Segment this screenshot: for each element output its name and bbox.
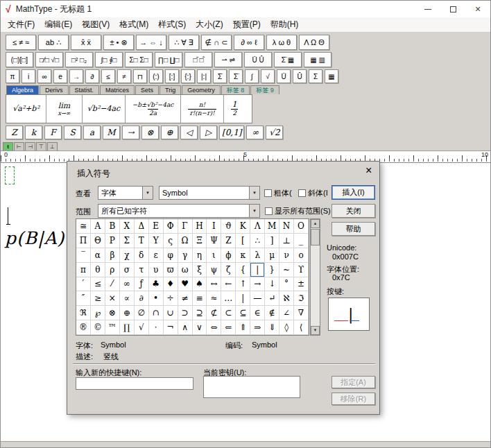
tab-strip-tab[interactable]: ⊥ (47, 142, 58, 150)
chevron-down-icon[interactable]: ▼ (249, 187, 259, 199)
template-limit[interactable]: lim x→∞ (46, 95, 83, 123)
insert-button[interactable]: 插入(I) (331, 185, 375, 200)
symbol-cell[interactable]: ∅ (135, 306, 149, 320)
range-combo[interactable]: 所有已知字符 ▼ (98, 204, 260, 218)
symbol-cell[interactable]: ∈ (250, 306, 265, 320)
menu-item[interactable]: 视图(V) (77, 17, 114, 32)
symbol-palette-button[interactable]: ab ∴ (38, 35, 69, 50)
font-name-combo[interactable]: Symbol ▼ (159, 186, 260, 200)
symbol-cell[interactable]: ≥ (91, 291, 105, 306)
symbol-cell[interactable]: ⊥ (279, 234, 294, 248)
symbol-cell[interactable]: Μ (265, 219, 279, 234)
symbol-cell[interactable]: … (221, 291, 236, 306)
symbol-cell[interactable]: ♣ (149, 277, 164, 292)
expression-button[interactable]: M (103, 126, 120, 139)
template-half-fraction[interactable]: 1 2 (224, 95, 245, 123)
template-palette-button[interactable]: ∏□ ∐□ (155, 52, 182, 67)
symbol-cell[interactable]: Α (91, 219, 105, 234)
expression-button[interactable]: S (64, 126, 81, 139)
symbol-cell[interactable]: ⊗ (105, 306, 120, 320)
symbol-cell[interactable]: × (105, 291, 120, 306)
symbol-cell[interactable]: — (250, 291, 265, 306)
symbol-cell[interactable]: ⊇ (193, 306, 207, 320)
symbol-cell[interactable]: ≅ (76, 219, 91, 234)
symbol-cell[interactable]: δ (135, 248, 149, 263)
chevron-down-icon[interactable]: ▼ (142, 187, 153, 199)
symbol-cell[interactable]: Π (76, 234, 91, 248)
remove-button[interactable]: 移除(R) (331, 393, 375, 405)
expression-button[interactable]: → (122, 126, 139, 139)
small-bar-button[interactable]: ⊓ (133, 69, 147, 83)
symbol-cell[interactable]: α (91, 248, 105, 263)
symbol-cell[interactable]: χ (120, 248, 135, 263)
palette-tab[interactable]: Statist. (69, 85, 100, 94)
symbol-cell[interactable]: ⋅ (149, 320, 164, 335)
symbol-cell[interactable]: ® (76, 320, 91, 335)
symbol-cell[interactable]: ⟨ (294, 320, 309, 335)
symbol-cell[interactable]: Υ (149, 234, 164, 248)
template-palette-button[interactable]: □² □₂ (65, 52, 93, 67)
symbol-cell[interactable]: Ε (149, 219, 164, 234)
view-mode-combo[interactable]: 字体 ▼ (98, 186, 153, 200)
expression-button[interactable]: k (25, 126, 42, 139)
symbol-cell[interactable]: θ (91, 263, 105, 277)
small-bar-button[interactable]: Û (293, 69, 307, 83)
palette-tab[interactable]: Geometry (182, 85, 221, 94)
palette-tab[interactable]: 标签 8 (221, 85, 250, 94)
symbol-cell[interactable]: Ι (207, 219, 221, 234)
symbol-cell[interactable]: Λ (250, 219, 265, 234)
small-bar-button[interactable]: e (53, 69, 67, 83)
symbol-cell[interactable]: ″ (76, 291, 91, 306)
menu-item[interactable]: 帮助(H) (266, 17, 304, 32)
symbol-cell[interactable]: λ (250, 248, 265, 263)
palette-tab[interactable]: Derivs (40, 85, 69, 94)
template-palette-button[interactable]: Σ̈ ▦ (274, 52, 302, 67)
symbol-cell[interactable]: ° (279, 277, 294, 292)
symbol-cell[interactable]: ↓ (265, 277, 279, 292)
expression-button[interactable]: ▷ (200, 126, 217, 139)
symbol-cell[interactable]: ℜ (76, 306, 91, 320)
symbol-cell[interactable]: ⇔ (207, 320, 221, 335)
scrollbar-thumb[interactable] (311, 229, 320, 245)
minimize-button[interactable] (415, 1, 440, 17)
expression-button[interactable]: ⊕ (161, 126, 178, 139)
menu-item[interactable]: 文件(F) (3, 17, 40, 32)
symbol-palette-button[interactable]: Λ Ω Θ (299, 35, 329, 50)
symbol-cell[interactable]: ℵ (279, 291, 294, 306)
menu-item[interactable]: 格式(M) (114, 17, 153, 32)
symbol-cell[interactable]: { (236, 263, 250, 277)
palette-tab[interactable]: Matrices (100, 85, 135, 94)
symbol-cell[interactable]: υ (149, 263, 164, 277)
symbol-cell[interactable]: κ (236, 248, 250, 263)
template-palette-button[interactable]: (□)[□] (6, 52, 33, 67)
small-bar-button[interactable]: [:] (165, 69, 179, 83)
symbol-cell[interactable]: Η (193, 219, 207, 234)
tab-strip-tab[interactable]: t (3, 142, 13, 150)
symbol-cell[interactable]: β (105, 248, 120, 263)
template-palette-button[interactable]: ▦ ▥ (304, 52, 331, 67)
bold-checkbox[interactable]: 粗体( (264, 188, 292, 198)
symbol-cell[interactable]: μ (265, 248, 279, 263)
template-sqrt-a2b2[interactable]: √a²+b² (6, 95, 46, 123)
symbol-cell[interactable]: ∨ (193, 320, 207, 335)
symbol-cell[interactable]: ◊ (279, 320, 294, 335)
symbol-cell[interactable]: Φ (164, 219, 178, 234)
symbol-cell[interactable]: γ (178, 248, 193, 263)
symbol-cell[interactable]: ⁄ (105, 277, 120, 292)
symbol-cell[interactable]: ξ (193, 263, 207, 277)
dialog-close-button[interactable]: × (365, 166, 372, 175)
symbol-cell[interactable]: ⊕ (120, 306, 135, 320)
expression-button[interactable]: ⊗ (141, 126, 159, 139)
assign-button[interactable]: 指定(A) (331, 376, 375, 388)
symbol-cell[interactable]: ν (279, 248, 294, 263)
symbol-cell[interactable]: ϕ (221, 248, 236, 263)
symbol-cell[interactable]: ↔ (207, 277, 221, 292)
symbol-cell[interactable]: φ (164, 248, 178, 263)
symbol-cell[interactable]: ω (178, 263, 193, 277)
symbol-cell[interactable]: ∠ (279, 306, 294, 320)
expression-button[interactable]: a (83, 126, 101, 139)
menu-item[interactable]: 预置(P) (228, 17, 266, 32)
symbol-palette-button[interactable]: ∉ ∩ ⊂ (201, 35, 232, 50)
symbol-palette-button[interactable]: ± • ⊗ (103, 35, 134, 50)
symbol-cell[interactable]: _ (294, 234, 309, 248)
